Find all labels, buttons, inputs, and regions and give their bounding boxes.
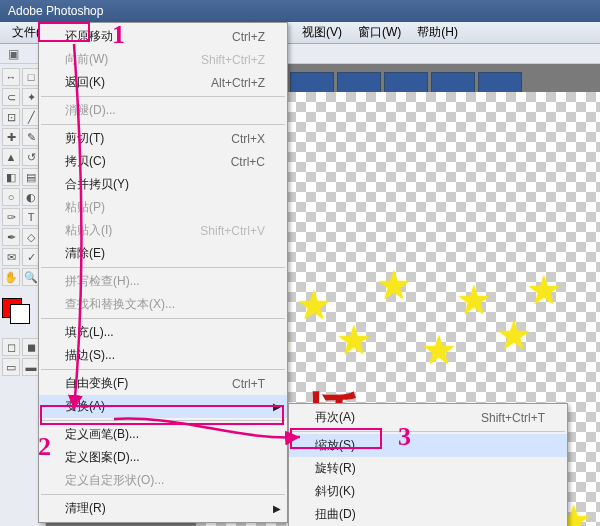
app-title: Adobe Photoshop — [8, 4, 103, 18]
background-color[interactable] — [10, 304, 30, 324]
tool-path[interactable]: ✑ — [2, 208, 20, 226]
transform-submenu: 再次(A)Shift+Ctrl+T 缩放(S) 旋转(R) 斜切(K) 扭曲(D… — [288, 403, 568, 526]
menu-stroke[interactable]: 描边(S)... — [39, 344, 287, 367]
menu-window[interactable]: 窗口(W) — [350, 22, 409, 43]
menu-view[interactable]: 视图(V) — [294, 22, 350, 43]
menu-copy-merged[interactable]: 合并拷贝(Y) — [39, 173, 287, 196]
tool-heal[interactable]: ✚ — [2, 128, 20, 146]
menu-fill[interactable]: 填充(L)... — [39, 321, 287, 344]
submenu-distort[interactable]: 扭曲(D) — [289, 503, 567, 526]
tool-pen[interactable]: ✒ — [2, 228, 20, 246]
menu-help[interactable]: 帮助(H) — [409, 22, 466, 43]
menu-transform[interactable]: 变换(A)▶ — [39, 395, 287, 418]
submenu-scale[interactable]: 缩放(S) — [289, 434, 567, 457]
submenu-skew[interactable]: 斜切(K) — [289, 480, 567, 503]
title-bar: Adobe Photoshop — [0, 0, 600, 22]
screen-std[interactable]: ▭ — [2, 358, 20, 376]
menu-paste-into[interactable]: 粘贴入(I)Shift+Ctrl+V — [39, 219, 287, 242]
doc-tab[interactable] — [290, 72, 334, 94]
submenu-arrow-icon: ▶ — [273, 503, 281, 514]
submenu-again[interactable]: 再次(A)Shift+Ctrl+T — [289, 406, 567, 429]
doc-tab[interactable] — [384, 72, 428, 94]
tool-crop[interactable]: ⊡ — [2, 108, 20, 126]
menu-define-brush[interactable]: 定义画笔(B)... — [39, 423, 287, 446]
menu-find-replace[interactable]: 查找和替换文本(X)... — [39, 293, 287, 316]
menu-clear[interactable]: 清除(E) — [39, 242, 287, 265]
tool-eraser[interactable]: ◧ — [2, 168, 20, 186]
options-icon: ▣ — [8, 47, 19, 61]
tool-hand[interactable]: ✋ — [2, 268, 20, 286]
menu-paste[interactable]: 粘贴(P) — [39, 196, 287, 219]
edit-menu-dropdown: 还原移动Ctrl+Z 向前(W)Shift+Ctrl+Z 返回(K)Alt+Ct… — [38, 22, 288, 523]
tool-blur[interactable]: ○ — [2, 188, 20, 206]
menu-cut[interactable]: 剪切(T)Ctrl+X — [39, 127, 287, 150]
menu-step-forward[interactable]: 向前(W)Shift+Ctrl+Z — [39, 48, 287, 71]
doc-tab[interactable] — [431, 72, 475, 94]
menu-copy[interactable]: 拷贝(C)Ctrl+C — [39, 150, 287, 173]
menu-undo-move[interactable]: 还原移动Ctrl+Z — [39, 25, 287, 48]
quickmask-off[interactable]: ◻ — [2, 338, 20, 356]
submenu-arrow-icon: ▶ — [273, 401, 281, 412]
doc-tab[interactable] — [337, 72, 381, 94]
menu-define-shape[interactable]: 定义自定形状(O)... — [39, 469, 287, 492]
tool-lasso[interactable]: ⊂ — [2, 88, 20, 106]
doc-tab[interactable] — [478, 72, 522, 94]
menu-purge[interactable]: 清理(R)▶ — [39, 497, 287, 520]
submenu-rotate[interactable]: 旋转(R) — [289, 457, 567, 480]
tool-notes[interactable]: ✉ — [2, 248, 20, 266]
menu-step-back[interactable]: 返回(K)Alt+Ctrl+Z — [39, 71, 287, 94]
menu-fade[interactable]: 消褪(D)... — [39, 99, 287, 122]
tool-move[interactable]: ↔ — [2, 68, 20, 86]
menu-spelling[interactable]: 拼写检查(H)... — [39, 270, 287, 293]
menu-free-transform[interactable]: 自由变换(F)Ctrl+T — [39, 372, 287, 395]
menu-define-pattern[interactable]: 定义图案(D)... — [39, 446, 287, 469]
tool-stamp[interactable]: ▲ — [2, 148, 20, 166]
